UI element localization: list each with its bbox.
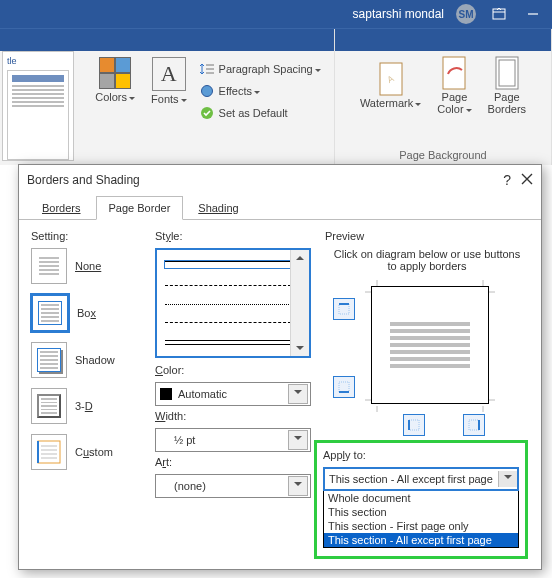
setting-shadow-icon: [31, 342, 67, 378]
fonts-label: Fonts: [151, 93, 187, 105]
dialog-titlebar: Borders and Shading ?: [19, 165, 541, 195]
art-label: Art:: [155, 456, 311, 468]
color-combo[interactable]: Automatic: [155, 382, 311, 406]
page-background-group: A Watermark Page Color Page Borders Page…: [335, 29, 552, 165]
border-right-button[interactable]: [463, 414, 485, 436]
colors-label: Colors: [95, 91, 135, 103]
effects-icon: [199, 83, 215, 99]
apply-to-combo[interactable]: This section - All except first page: [323, 467, 519, 491]
apply-to-value: This section - All except first page: [329, 473, 493, 485]
tab-shading[interactable]: Shading: [185, 196, 251, 220]
svg-point-1: [201, 86, 212, 97]
watermark-button[interactable]: A Watermark: [356, 61, 425, 111]
page-color-label: Page Color: [437, 91, 471, 115]
chevron-down-icon[interactable]: [498, 471, 517, 487]
nav-thumbnail[interactable]: [7, 70, 69, 160]
page-borders-button[interactable]: Page Borders: [484, 55, 531, 117]
fonts-icon: A: [152, 57, 186, 91]
scroll-up-icon[interactable]: [296, 252, 304, 260]
art-value: (none): [174, 480, 206, 492]
style-option-dash[interactable]: [165, 285, 291, 286]
close-icon[interactable]: [521, 173, 533, 188]
chevron-down-icon[interactable]: [288, 476, 308, 496]
effects-button[interactable]: Effects: [199, 81, 321, 101]
tab-page-border[interactable]: Page Border: [96, 196, 184, 220]
watermark-label: Watermark: [360, 97, 421, 109]
set-as-default-button[interactable]: Set as Default: [199, 103, 321, 123]
preview-hint: Click on diagram below or use buttons to…: [333, 248, 521, 272]
svg-rect-11: [409, 420, 419, 430]
setting-custom[interactable]: Custom: [31, 434, 141, 470]
effects-label: Effects: [219, 85, 260, 97]
apply-to-dropdown[interactable]: Whole document This section This section…: [323, 491, 519, 548]
ribbon-display-options-icon[interactable]: [488, 3, 510, 25]
minimize-icon[interactable]: [522, 3, 544, 25]
setting-none-icon: [31, 248, 67, 284]
color-label: Color:: [155, 364, 311, 376]
navigation-pane[interactable]: tle: [2, 51, 74, 161]
border-left-button[interactable]: [403, 414, 425, 436]
svg-rect-0: [493, 9, 505, 19]
style-listbox[interactable]: [155, 248, 311, 358]
style-option-dash2[interactable]: [165, 322, 291, 323]
paragraph-spacing-button[interactable]: Paragraph Spacing: [199, 59, 321, 79]
width-value: ½ pt: [174, 434, 195, 446]
width-combo[interactable]: ½ pt: [155, 428, 311, 452]
preview-label: Preview: [325, 230, 529, 242]
help-icon[interactable]: ?: [503, 172, 511, 188]
document-formatting-caption: [204, 149, 207, 161]
chevron-down-icon[interactable]: [288, 430, 308, 450]
colors-button[interactable]: Colors: [91, 55, 139, 105]
border-top-button[interactable]: [333, 298, 355, 320]
setting-shadow[interactable]: ShShadowadow: [31, 342, 141, 378]
page-color-button[interactable]: Page Color: [433, 55, 475, 117]
paragraph-spacing-label: Paragraph Spacing: [219, 63, 321, 75]
nav-title: tle: [7, 56, 69, 66]
style-scrollbar[interactable]: [290, 250, 309, 356]
apply-to-section: Apply to: This section - All except firs…: [314, 440, 528, 559]
setting-3d-icon: [31, 388, 67, 424]
setting-none[interactable]: None: [31, 248, 141, 284]
svg-rect-8: [38, 441, 60, 463]
style-column: Style: Color: Automatic Width: ½ pt: [155, 230, 311, 520]
svg-rect-10: [339, 382, 349, 392]
apply-to-option[interactable]: This section - First page only: [324, 519, 518, 533]
color-swatch: [160, 388, 172, 400]
style-label: Style:: [155, 230, 311, 242]
window-titlebar: saptarshi mondal SM: [0, 0, 552, 28]
page-color-icon: [438, 57, 470, 89]
chevron-down-icon[interactable]: [288, 384, 308, 404]
setting-3d[interactable]: 3-D: [31, 388, 141, 424]
apply-to-option[interactable]: Whole document: [324, 491, 518, 505]
border-bottom-button[interactable]: [333, 376, 355, 398]
apply-to-option[interactable]: This section - All except first page: [324, 533, 518, 547]
style-option-dot[interactable]: [165, 304, 291, 305]
art-combo[interactable]: (none): [155, 474, 311, 498]
ribbon: tle Colors A Fonts Paragraph Spacing: [0, 28, 552, 165]
setting-3d-label: 3-D: [75, 400, 93, 412]
setting-custom-icon: [31, 434, 67, 470]
setting-box-icon: [31, 294, 69, 332]
style-option-solid[interactable]: [165, 261, 291, 268]
dialog-title: Borders and Shading: [27, 173, 140, 187]
setting-column: Setting: None Box ShShadowadow 3-D Custo…: [31, 230, 141, 520]
color-value: Automatic: [178, 388, 227, 400]
setting-box[interactable]: Box: [31, 294, 141, 332]
preview-page[interactable]: [371, 286, 489, 404]
setting-label: Setting:: [31, 230, 141, 242]
tab-borders[interactable]: Borders: [29, 196, 94, 220]
dialog-tabs: Borders Page Border Shading: [19, 195, 541, 220]
preview-area: [325, 280, 529, 430]
setting-box-label: Box: [77, 307, 96, 319]
user-name: saptarshi mondal: [353, 7, 444, 21]
page-borders-label: Page Borders: [488, 91, 527, 115]
check-icon: [199, 105, 215, 121]
fonts-button[interactable]: A Fonts: [147, 55, 191, 107]
apply-to-option[interactable]: This section: [324, 505, 518, 519]
style-option-double[interactable]: [165, 340, 291, 345]
page-borders-icon: [491, 57, 523, 89]
scroll-down-icon[interactable]: [296, 346, 304, 354]
user-avatar[interactable]: SM: [456, 4, 476, 24]
svg-rect-5: [443, 57, 465, 89]
setting-custom-label: Custom: [75, 446, 113, 458]
